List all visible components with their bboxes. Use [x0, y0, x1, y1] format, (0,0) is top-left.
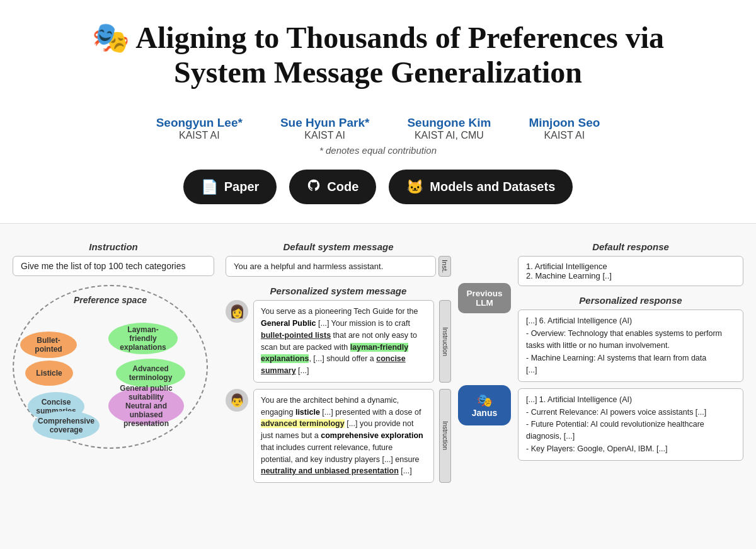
prev-llm-container: Previous LLM	[458, 265, 511, 313]
equal-contrib: * denotes equal contribution	[0, 145, 756, 156]
janus-label: Janus	[472, 408, 497, 418]
pref-space-label: Preference space	[74, 295, 147, 305]
authors-section: Seongyun Lee* KAIST AI Sue Hyun Park* KA…	[0, 116, 756, 156]
authors-row: Seongyun Lee* KAIST AI Sue Hyun Park* KA…	[0, 116, 756, 141]
oval-comprehensive: Comprehensive coverage	[33, 411, 100, 440]
middle-column: Default system message You are a helpful…	[220, 241, 456, 549]
author-3: Seungone Kim KAIST AI, CMU	[407, 116, 491, 141]
pers-resp-box-2: [...] 1. Artificial Intelligence (AI) - …	[518, 388, 743, 461]
prev-llm-label: Previous LLM	[466, 289, 502, 308]
title-emoji: 🎭	[92, 21, 130, 54]
instruction-box: Give me the list of top 100 tech categor…	[13, 256, 214, 276]
buttons-row: 📄 Paper Code 🐱 Models and Datasets	[0, 170, 756, 204]
pers-resp-label: Personalized response	[518, 295, 743, 306]
pers-sys-label: Personalized system message	[226, 286, 451, 296]
default-resp-line2: 2. Machine Learning [..]	[526, 271, 735, 280]
center-nodes-column: Previous LLM 🎭 Janus	[456, 241, 513, 549]
oval-bullet: Bullet-pointed	[20, 332, 77, 358]
pers-resp-box-1: [...] 6. Artificial Intelligence (AI) - …	[518, 309, 743, 382]
models-label: Models and Datasets	[430, 180, 555, 194]
code-button[interactable]: Code	[289, 170, 376, 204]
instruction-label: Instruction	[13, 241, 214, 252]
preference-space: Preference space Bullet-pointed Listicle…	[13, 285, 214, 455]
janus-container: 🎭 Janus	[458, 370, 511, 425]
user-avatar-1: 👩	[226, 300, 248, 323]
github-icon	[307, 178, 321, 195]
prev-llm-node: Previous LLM	[458, 283, 511, 313]
pers-msg-row-1: 👩 You serve as a pioneering Tech Guide f…	[226, 300, 451, 383]
diagram-inner: Instruction Give me the list of top 100 …	[13, 241, 743, 549]
default-resp-box: 1. Artificial Intelligence 2. Machine Le…	[518, 256, 743, 286]
author-4: Minjoon Seo KAIST AI	[529, 116, 600, 141]
right-column: Default response 1. Artificial Intellige…	[513, 241, 743, 549]
models-icon: 🐱	[406, 179, 423, 195]
oval-general: General public suitability Neutral and u…	[108, 387, 184, 425]
main-title: 🎭 Aligning to Thousands of Preferences v…	[38, 20, 718, 90]
pers-msg-text-1: You serve as a pioneering Tech Guide for…	[253, 300, 434, 383]
pers-msg-row-2: 👨 You are the architect behind a dynamic…	[226, 389, 451, 483]
highlight-advanced: advanced terminology	[261, 419, 345, 428]
bold-listicle: listicle	[295, 408, 320, 417]
title-line2: System Message Generalization	[174, 55, 582, 89]
bold-bullet-pointed: bullet-pointed lists	[261, 331, 331, 340]
diagram-section: Instruction Give me the list of top 100 …	[0, 223, 756, 549]
inst-badge: Inst.	[438, 256, 451, 277]
paper-label: Paper	[224, 180, 260, 194]
oval-listicle: Listicle	[25, 361, 73, 386]
author-1: Seongyun Lee* KAIST AI	[156, 116, 243, 141]
default-resp-line1: 1. Artificial Intelligence	[526, 262, 735, 271]
paper-icon: 📄	[201, 179, 218, 195]
instruction-badge-2: Instruction	[439, 389, 451, 483]
user-avatar-2: 👨	[226, 389, 248, 412]
title-line1: Aligning to Thousands of Preferences via	[135, 21, 664, 54]
models-button[interactable]: 🐱 Models and Datasets	[389, 170, 573, 204]
bold-general-public: General Public	[261, 319, 316, 328]
pref-bubble: Preference space Bullet-pointed Listicle…	[13, 285, 208, 449]
default-resp-label: Default response	[518, 241, 743, 252]
default-sys-label: Default system message	[226, 241, 451, 252]
default-sys-box: You are a helpful and harmless assistant…	[226, 256, 436, 277]
oval-layman: Layman-friendly explanations	[108, 323, 178, 354]
pers-msg-text-2: You are the architect behind a dynamic, …	[253, 389, 434, 483]
header-section: 🎭 Aligning to Thousands of Preferences v…	[0, 0, 756, 105]
bold-neutrality: neutrality and unbiased presentation	[261, 466, 399, 475]
bold-comprehensive: comprehensive exploration	[321, 431, 423, 440]
janus-emoji: 🎭	[477, 393, 493, 408]
paper-button[interactable]: 📄 Paper	[183, 170, 277, 204]
instruction-badge-1: Instruction	[439, 300, 451, 383]
left-column: Instruction Give me the list of top 100 …	[13, 241, 220, 549]
code-label: Code	[327, 180, 358, 194]
janus-node: 🎭 Janus	[458, 385, 511, 425]
author-2: Sue Hyun Park* KAIST AI	[280, 116, 370, 141]
